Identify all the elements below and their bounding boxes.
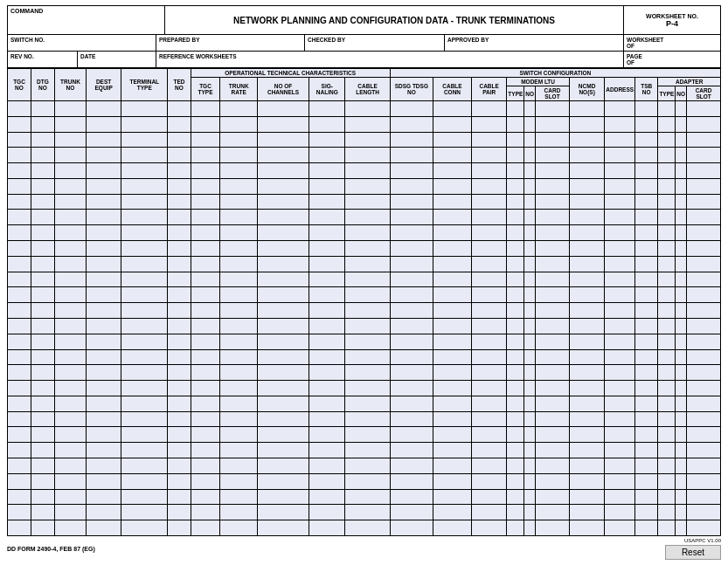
data-cell — [635, 427, 658, 443]
data-cell — [507, 116, 524, 132]
data-cell — [536, 116, 570, 132]
data-cell — [309, 349, 345, 365]
data-cell — [524, 505, 536, 520]
data-cell — [471, 194, 506, 210]
data-cell — [258, 287, 309, 303]
data-cell — [258, 241, 309, 257]
data-cell — [258, 334, 309, 349]
data-cell — [676, 241, 687, 257]
data-cell — [390, 303, 433, 319]
data-cell — [536, 427, 570, 443]
data-cell — [635, 287, 658, 303]
reset-button[interactable]: Reset — [665, 545, 721, 560]
data-cell — [687, 381, 721, 396]
data-cell — [220, 505, 258, 520]
data-cell — [8, 505, 31, 520]
data-cell — [220, 148, 258, 163]
data-cell — [687, 349, 721, 365]
data-cell — [31, 194, 54, 210]
data-cell — [433, 116, 471, 132]
data-cell — [86, 520, 121, 536]
data-cell — [569, 210, 604, 225]
data-cell — [524, 101, 536, 117]
data-cell — [191, 132, 220, 148]
data-cell — [569, 101, 604, 117]
data-cell — [31, 411, 54, 427]
data-cell — [635, 349, 658, 365]
data-cell — [54, 241, 86, 257]
data-cell — [658, 101, 676, 117]
data-cell — [121, 505, 168, 520]
data-cell — [31, 303, 54, 319]
data-cell — [86, 427, 121, 443]
trunk-rate-header: TRUNK RATE — [220, 78, 258, 101]
data-cell — [168, 520, 191, 536]
data-cell — [569, 303, 604, 319]
operational-tech-header: OPERATIONAL TECHNICAL CHARACTERISTICS — [191, 69, 390, 78]
data-cell — [168, 210, 191, 225]
data-cell — [390, 194, 433, 210]
data-cell — [635, 381, 658, 396]
data-cell — [220, 303, 258, 319]
data-cell — [258, 458, 309, 473]
approved-by-cell: APPROVED BY — [445, 35, 624, 51]
prepared-by-label: PREPARED BY — [159, 37, 199, 43]
modem-ltu-header: MODEM LTU — [507, 78, 570, 86]
page-of-cell: PAGE OF — [624, 52, 720, 67]
data-cell — [345, 256, 390, 272]
data-cell — [605, 334, 635, 349]
data-cell — [168, 116, 191, 132]
data-cell — [345, 272, 390, 287]
data-cell — [569, 396, 604, 411]
data-cell — [507, 505, 524, 520]
data-cell — [605, 520, 635, 536]
data-cell — [658, 194, 676, 210]
data-cell — [524, 287, 536, 303]
data-cell — [471, 287, 506, 303]
data-cell — [220, 116, 258, 132]
data-cell — [390, 225, 433, 241]
data-cell — [635, 520, 658, 536]
data-cell — [345, 458, 390, 473]
form-id: DD FORM 2490-4, FEB 87 (EG) — [7, 546, 95, 552]
table-row — [8, 194, 721, 210]
data-cell — [507, 101, 524, 117]
data-cell — [507, 272, 524, 287]
data-cell — [31, 210, 54, 225]
data-cell — [309, 272, 345, 287]
data-cell — [471, 101, 506, 117]
data-cell — [121, 148, 168, 163]
data-cell — [433, 427, 471, 443]
data-cell — [8, 101, 31, 117]
data-cell — [345, 381, 390, 396]
data-cell — [86, 194, 121, 210]
data-cell — [536, 458, 570, 473]
data-cell — [31, 427, 54, 443]
data-cell — [605, 272, 635, 287]
data-cell — [507, 520, 524, 536]
data-cell — [121, 411, 168, 427]
no-modem-header: NO — [524, 86, 536, 101]
data-cell — [309, 256, 345, 272]
data-cell — [191, 272, 220, 287]
data-cell — [54, 225, 86, 241]
data-cell — [345, 443, 390, 458]
data-cell — [390, 287, 433, 303]
data-cell — [524, 458, 536, 473]
data-cell — [191, 194, 220, 210]
data-cell — [605, 349, 635, 365]
table-row — [8, 148, 721, 163]
data-cell — [524, 334, 536, 349]
type-modem-header: TYPE — [507, 86, 524, 101]
data-cell — [54, 256, 86, 272]
data-cell — [8, 458, 31, 473]
data-cell — [605, 101, 635, 117]
data-cell — [658, 505, 676, 520]
data-cell — [507, 148, 524, 163]
data-cell — [635, 194, 658, 210]
table-row — [8, 163, 721, 179]
data-cell — [536, 241, 570, 257]
data-cell — [220, 381, 258, 396]
table-row — [8, 256, 721, 272]
data-cell — [658, 163, 676, 179]
